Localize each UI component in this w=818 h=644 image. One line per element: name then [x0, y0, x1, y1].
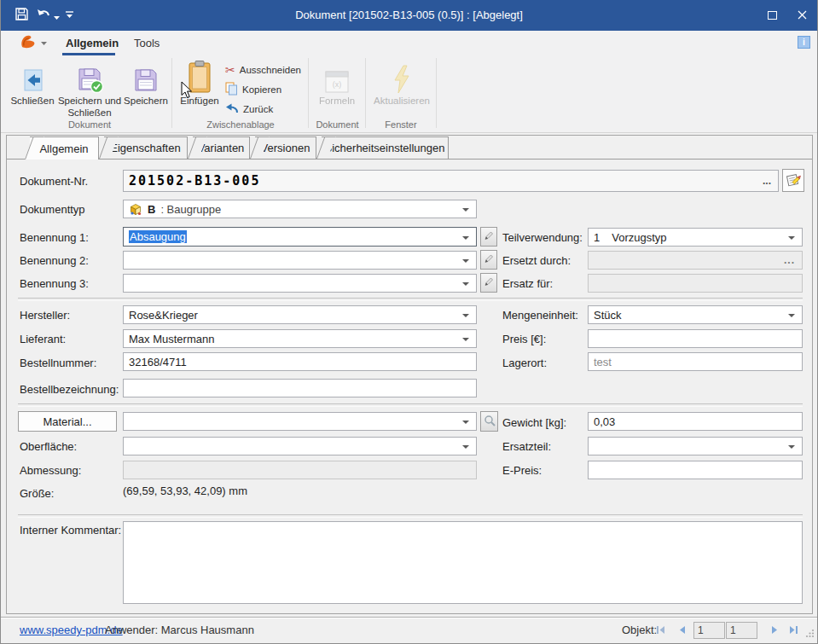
- save-document-icon: [122, 58, 170, 94]
- nav-first-button[interactable]: [654, 625, 666, 636]
- ersatz-fuer-label: Ersatz für:: [502, 277, 553, 290]
- save-icon: [15, 7, 29, 24]
- quick-save-button[interactable]: [13, 8, 30, 23]
- ausschneiden-button[interactable]: ✂ Ausschneiden: [225, 61, 301, 78]
- tab-allgemein[interactable]: Allgemein: [30, 136, 99, 160]
- ribbon-tab-active-underline: [62, 53, 115, 55]
- ribbon-separator: [436, 58, 437, 128]
- formeln-label: Formeln: [313, 96, 361, 107]
- benennung3-edit-button[interactable]: [480, 273, 497, 293]
- info-button[interactable]: i: [798, 36, 810, 49]
- dokument-nr-value: 201502-B13-005: [129, 173, 260, 189]
- undo-icon: [36, 8, 51, 23]
- benennung2-combobox[interactable]: [123, 251, 477, 270]
- customize-quick-access-button[interactable]: [64, 10, 74, 20]
- lieferant-combobox[interactable]: Max Mustermann: [123, 329, 477, 348]
- title-bar: Dokument [201502-B13-005 (0.5)] : [Abgel…: [1, 0, 817, 31]
- resize-grip[interactable]: [805, 628, 815, 641]
- section-separator: [18, 514, 803, 518]
- zurueck-button[interactable]: Zurück: [225, 101, 273, 118]
- speichern-button[interactable]: Speichern: [122, 58, 170, 114]
- assembly-cube-icon: [129, 203, 142, 216]
- note-pencil-icon: [786, 171, 802, 190]
- speichern-und-schliessen-button[interactable]: Speichern und Schließen: [57, 58, 122, 114]
- tab-sicherheitseinstellungen[interactable]: Sicherheitseinstellungen: [322, 136, 449, 159]
- material-combobox[interactable]: [123, 412, 477, 431]
- ausschneiden-label: Ausschneiden: [240, 65, 301, 75]
- speichern-label: Speichern: [122, 96, 170, 107]
- tabstrip-baseline: [7, 159, 812, 160]
- ribbon-tab-tools[interactable]: Tools: [134, 37, 160, 49]
- nav-next-button[interactable]: [769, 625, 780, 636]
- material-button[interactable]: Material...: [18, 411, 117, 432]
- close-icon: [798, 9, 807, 22]
- edit-note-button[interactable]: [782, 169, 804, 192]
- ersatzteil-combobox[interactable]: [588, 437, 803, 455]
- pencil-icon: [484, 253, 494, 266]
- ersatzteil-label: Ersatzteil:: [502, 440, 551, 453]
- paste-clipboard-icon: [175, 58, 224, 94]
- undo-button[interactable]: [35, 9, 52, 22]
- tab-versionen[interactable]: Versionen: [255, 136, 316, 159]
- customize-toolbar-icon: [66, 9, 73, 22]
- teilverwendung-code: 1: [594, 231, 600, 244]
- benennung2-label: Benennung 2:: [20, 254, 89, 267]
- svg-text:(x): (x): [333, 80, 342, 89]
- tab-varianten[interactable]: Varianten: [193, 136, 250, 159]
- nav-last-button[interactable]: [787, 625, 799, 636]
- ersetzt-durch-more-icon[interactable]: ...: [784, 254, 795, 266]
- einfuegen-button[interactable]: Einfügen: [175, 58, 224, 114]
- bestellbezeichnung-input[interactable]: [123, 379, 477, 397]
- kopieren-button[interactable]: Kopieren: [225, 81, 281, 98]
- teilverwendung-combobox[interactable]: 1 Vorzugstyp: [588, 228, 803, 247]
- tab-eigenschaften[interactable]: Eigenschaften: [104, 136, 188, 159]
- lieferant-value: Max Mustermann: [129, 333, 214, 345]
- bestellnummer-label: Bestellnummer:: [20, 357, 96, 369]
- tab-varianten-label: Varianten: [198, 142, 245, 154]
- save-close-icon: [57, 58, 122, 94]
- dokument-nr-field[interactable]: 201502-B13-005 ...: [123, 170, 779, 192]
- ribbon-separator: [308, 58, 309, 128]
- nav-first-icon: [656, 624, 665, 637]
- ersatz-fuer-field: [588, 274, 803, 293]
- lagerort-input[interactable]: [588, 352, 803, 371]
- section-separator: [18, 298, 803, 301]
- zurueck-label: Zurück: [243, 104, 273, 114]
- undo-dropdown-arrow[interactable]: [53, 13, 60, 20]
- maximize-button[interactable]: [758, 0, 786, 31]
- undo-back-icon: [225, 103, 239, 116]
- nav-position-input[interactable]: [693, 622, 725, 639]
- nav-count-input[interactable]: [726, 622, 757, 639]
- speedy-logo-icon: [19, 32, 38, 53]
- status-bar: www.speedy-pdm.de Anwender: Marcus Hausm…: [1, 617, 817, 643]
- interner-kommentar-textarea[interactable]: [123, 521, 803, 604]
- schliessen-button[interactable]: Schließen: [9, 58, 55, 114]
- gewicht-input[interactable]: [588, 412, 803, 431]
- material-search-button[interactable]: [480, 411, 498, 432]
- tab-sicherheitseinstellungen-label: Sicherheitseinstellungen: [325, 142, 445, 154]
- benennung1-value: Absaugung: [129, 230, 187, 243]
- close-button[interactable]: [787, 0, 816, 31]
- bestellnummer-input[interactable]: [123, 352, 477, 371]
- ribbon-tab-row: Allgemein Tools i: [1, 31, 817, 56]
- abmessung-field: [123, 461, 477, 479]
- dokument-nr-more-icon[interactable]: ...: [763, 175, 771, 187]
- benennung3-combobox[interactable]: [123, 274, 477, 293]
- epreis-input[interactable]: [588, 461, 803, 479]
- aktualisieren-button: Aktualisieren: [369, 58, 434, 114]
- mengeneinheit-combobox[interactable]: Stück: [588, 305, 803, 324]
- dokumenttyp-combobox[interactable]: B : Baugruppe: [123, 200, 477, 218]
- nav-previous-button[interactable]: [676, 625, 687, 636]
- oberflaeche-combobox[interactable]: [123, 437, 477, 455]
- lieferant-label: Lieferant:: [20, 333, 66, 345]
- ribbon-tab-allgemein[interactable]: Allgemein: [66, 37, 119, 49]
- interner-kommentar-label: Interner Kommentar:: [20, 524, 121, 537]
- benennung1-combobox[interactable]: Absaugung: [123, 227, 477, 247]
- benennung1-edit-button[interactable]: [480, 227, 497, 247]
- hersteller-combobox[interactable]: Rose&Krieger: [123, 305, 477, 324]
- teilverwendung-label: Teilverwendung:: [502, 231, 583, 244]
- app-menu-button[interactable]: [17, 33, 39, 52]
- preis-input[interactable]: [588, 329, 803, 348]
- benennung2-edit-button[interactable]: [480, 250, 497, 270]
- groesse-label: Größe:: [20, 487, 54, 500]
